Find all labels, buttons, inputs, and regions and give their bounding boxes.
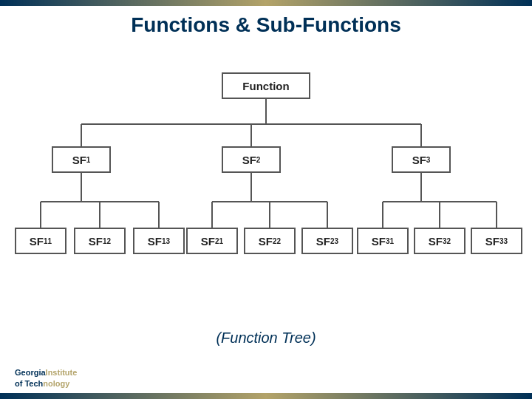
bottom-accent-bar — [0, 393, 532, 399]
node-function: Function — [222, 72, 310, 99]
gt-logo: GeorgiaInstitute of Technology — [15, 367, 77, 389]
node-sf21: SF21 — [186, 228, 238, 254]
tree-diagram: Function SF1 SF2 SF3 SF11 SF12 SF13 SF21… — [0, 50, 532, 316]
page-title: Functions & Sub-Functions — [0, 0, 532, 44]
node-sf23: SF23 — [301, 228, 353, 254]
function-tree-label: (Function Tree) — [0, 330, 532, 347]
node-sf33: SF33 — [471, 228, 522, 254]
node-sf11: SF11 — [15, 228, 66, 254]
node-sf2: SF2 — [222, 146, 281, 173]
node-sf1: SF1 — [52, 146, 111, 173]
node-sf3: SF3 — [392, 146, 451, 173]
node-sf12: SF12 — [74, 228, 126, 254]
node-sf31: SF31 — [357, 228, 409, 254]
node-sf13: SF13 — [133, 228, 185, 254]
node-sf22: SF22 — [244, 228, 296, 254]
node-sf32: SF32 — [414, 228, 466, 254]
top-accent-bar — [0, 0, 532, 6]
